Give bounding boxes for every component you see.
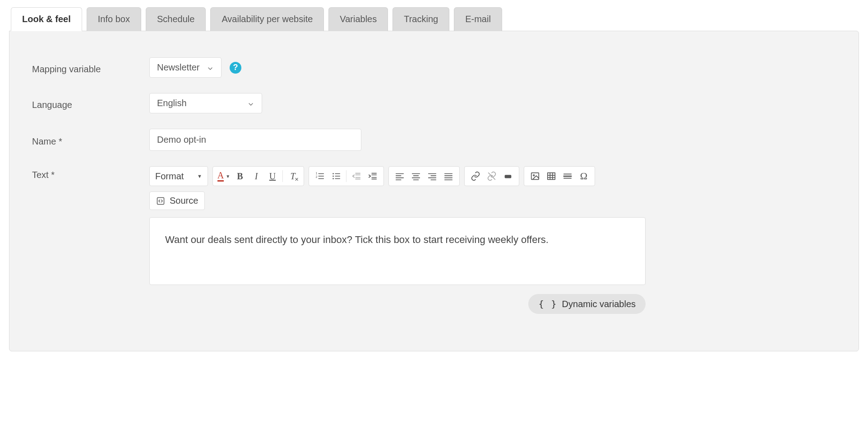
tab-look-and-feel[interactable]: Look & feel [11, 7, 82, 31]
svg-rect-37 [531, 173, 539, 180]
source-label: Source [170, 196, 198, 206]
text-label: Text * [32, 166, 149, 180]
outdent-button[interactable] [348, 168, 365, 184]
align-right-icon [427, 171, 437, 181]
tab-label: Tracking [404, 14, 438, 24]
toolbar-group-align [388, 166, 460, 186]
tab-label: Availability per website [222, 14, 313, 24]
hr-icon [563, 171, 573, 181]
unlink-icon [487, 171, 497, 181]
name-label: Name * [32, 133, 149, 147]
format-select[interactable]: Format ▼ [149, 166, 208, 186]
align-left-button[interactable] [392, 168, 408, 184]
language-value: English [157, 98, 187, 108]
unlink-button[interactable] [484, 168, 500, 184]
tab-label: Variables [340, 14, 377, 24]
ordered-list-button[interactable]: 12 [312, 168, 328, 184]
help-icon[interactable]: ? [230, 62, 241, 74]
outdent-icon [351, 171, 361, 181]
indent-button[interactable] [365, 168, 381, 184]
row-name: Name * [32, 129, 836, 151]
link-button[interactable] [467, 168, 484, 184]
toolbar-group-font: A▼ B I U T✕ [212, 166, 304, 186]
align-center-icon [411, 171, 421, 181]
align-justify-button[interactable] [440, 168, 457, 184]
language-label: Language [32, 96, 149, 110]
tab-tracking[interactable]: Tracking [392, 7, 449, 31]
svg-point-6 [332, 176, 334, 177]
row-mapping-variable: Mapping variable Newsletter ? [32, 57, 836, 78]
ordered-list-icon: 12 [315, 171, 325, 181]
dynamic-variables-label: Dynamic variables [562, 299, 636, 309]
bold-button[interactable]: B [232, 168, 248, 184]
toolbar-group-list: 12 [309, 166, 384, 186]
tab-availability[interactable]: Availability per website [210, 7, 324, 31]
toolbar-group-insert: Ω [524, 166, 595, 186]
indent-icon [368, 171, 378, 181]
anchor-button[interactable] [500, 168, 516, 184]
dynamic-variables-button[interactable]: { } Dynamic variables [528, 294, 646, 314]
caret-down-icon: ▼ [226, 174, 230, 179]
svg-point-5 [332, 173, 334, 174]
bold-icon: B [237, 171, 243, 182]
mapping-variable-value: Newsletter [157, 62, 199, 73]
tab-label: E-mail [465, 14, 491, 24]
tabs: Look & feel Info box Schedule Availabili… [9, 7, 859, 31]
tab-panel: Mapping variable Newsletter ? Language E… [9, 31, 859, 351]
table-button[interactable] [543, 168, 559, 184]
clear-format-button[interactable]: T✕ [285, 168, 301, 184]
italic-button[interactable]: I [248, 168, 264, 184]
underline-icon: U [269, 171, 276, 182]
svg-point-7 [332, 178, 334, 179]
omega-icon: Ω [580, 170, 587, 182]
unordered-list-icon [331, 171, 341, 181]
tab-schedule[interactable]: Schedule [146, 7, 206, 31]
separator [282, 170, 283, 182]
button-icon [503, 171, 513, 181]
tab-label: Schedule [157, 14, 194, 24]
language-select[interactable]: English [149, 93, 262, 113]
text-editor[interactable]: Want our deals sent directly to your inb… [149, 217, 646, 285]
unordered-list-button[interactable] [328, 168, 344, 184]
svg-point-38 [533, 175, 535, 176]
horizontal-rule-button[interactable] [559, 168, 576, 184]
svg-text:1: 1 [316, 172, 318, 175]
align-right-button[interactable] [424, 168, 440, 184]
row-language: Language English [32, 93, 836, 113]
caret-down-icon: ▼ [197, 173, 202, 179]
align-left-icon [395, 171, 405, 181]
font-color-icon: A [217, 171, 224, 182]
editor-content: Want our deals sent directly to your inb… [165, 234, 549, 245]
clear-format-icon: T✕ [290, 171, 295, 182]
svg-rect-39 [548, 173, 555, 180]
mapping-variable-select[interactable]: Newsletter [149, 57, 222, 78]
source-button[interactable]: Source [149, 191, 205, 210]
chevron-down-icon [247, 100, 254, 107]
separator [346, 170, 346, 182]
image-icon [530, 171, 540, 181]
italic-icon: I [255, 171, 258, 182]
editor-toolbar: Format ▼ A▼ B I U T✕ [149, 166, 646, 186]
source-icon [156, 196, 165, 205]
font-color-button[interactable]: A▼ [216, 168, 232, 184]
underline-button[interactable]: U [264, 168, 281, 184]
image-button[interactable] [527, 168, 543, 184]
special-char-button[interactable]: Ω [576, 168, 592, 184]
chevron-down-icon [207, 64, 214, 71]
name-input[interactable] [149, 129, 361, 151]
link-icon [471, 171, 480, 181]
svg-text:2: 2 [316, 175, 318, 178]
tab-variables[interactable]: Variables [328, 7, 388, 31]
table-icon [546, 171, 556, 181]
align-center-button[interactable] [408, 168, 424, 184]
svg-rect-47 [157, 197, 164, 204]
tab-info-box[interactable]: Info box [87, 7, 141, 31]
tab-email[interactable]: E-mail [454, 7, 502, 31]
tab-label: Look & feel [22, 14, 71, 24]
mapping-variable-label: Mapping variable [32, 61, 149, 75]
toolbar-group-link [464, 166, 519, 186]
braces-icon: { } [538, 299, 557, 309]
format-label: Format [155, 171, 184, 182]
tab-label: Info box [98, 14, 130, 24]
svg-rect-36 [505, 175, 512, 178]
